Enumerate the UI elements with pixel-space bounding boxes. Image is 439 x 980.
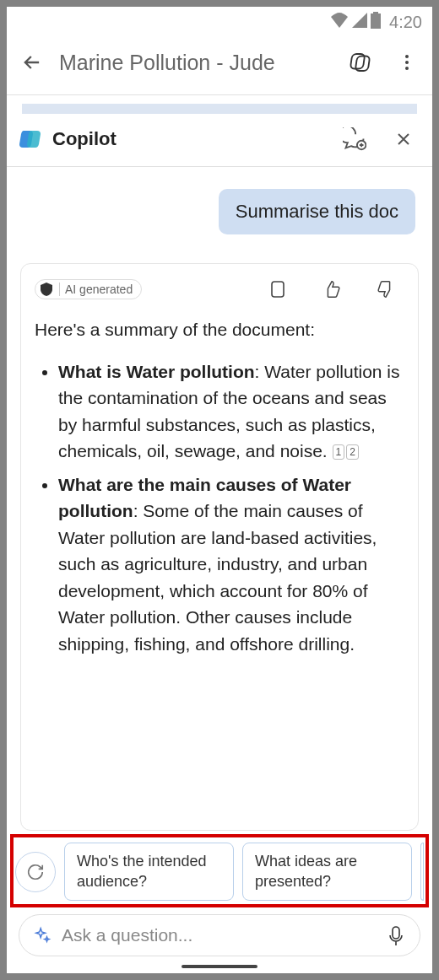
summary-item: What is Water pollution: Water pollution… (58, 358, 404, 465)
wifi-icon (330, 13, 349, 32)
suggestion-chip[interactable] (420, 843, 424, 901)
shield-icon (41, 283, 54, 296)
document-peek (22, 104, 417, 114)
status-bar: 4:20 (7, 7, 432, 34)
new-chat-icon[interactable] (341, 126, 368, 153)
microphone-icon[interactable] (388, 926, 406, 945)
copy-icon[interactable] (268, 279, 288, 299)
back-button[interactable] (20, 51, 44, 74)
copilot-title: Copilot (52, 128, 333, 150)
copilot-header-icon[interactable] (346, 47, 377, 78)
ai-generated-badge[interactable]: AI generated (35, 279, 142, 299)
thumbs-down-icon[interactable] (376, 279, 396, 299)
suggestion-chip[interactable]: Who's the intended audience? (64, 843, 234, 901)
svg-rect-9 (393, 927, 399, 939)
svg-point-5 (405, 61, 409, 64)
summary-content: Here's a summary of the document: What i… (35, 316, 404, 664)
svg-rect-1 (373, 12, 378, 13)
summary-intro: Here's a summary of the document: (35, 316, 404, 343)
battery-icon (371, 12, 381, 33)
copilot-panel-header: Copilot (7, 114, 432, 166)
status-time: 4:20 (389, 13, 422, 32)
app-header: Marine Pollution - Jude (7, 34, 432, 94)
thumbs-up-icon[interactable] (322, 279, 342, 299)
copilot-logo-icon (17, 126, 44, 153)
summary-item: What are the main causes of Water pollut… (58, 471, 404, 658)
close-icon[interactable] (390, 126, 417, 153)
home-indicator[interactable] (182, 965, 257, 968)
citation-badge[interactable]: 2 (346, 444, 359, 460)
svg-rect-0 (371, 13, 381, 29)
signal-icon (352, 13, 367, 32)
chat-area: Summarise this doc AI generated (7, 167, 432, 831)
suggestions-row: Who's the intended audience? What ideas … (14, 839, 425, 904)
refresh-suggestions-button[interactable] (15, 852, 56, 892)
user-message: Summarise this doc (219, 189, 415, 234)
chat-input[interactable] (62, 925, 377, 945)
ai-response-card: AI generated Here's a summary of the doc… (20, 263, 419, 831)
more-menu-icon[interactable] (392, 47, 422, 78)
svg-rect-8 (272, 282, 284, 297)
document-title: Marine Pollution - Jude (59, 51, 331, 75)
citation-badge[interactable]: 1 (333, 444, 345, 460)
suggestion-chip[interactable]: What ideas are presented? (242, 843, 412, 901)
svg-point-4 (405, 55, 409, 58)
ai-badge-label: AI generated (65, 283, 133, 296)
svg-point-6 (405, 67, 409, 70)
sparkle-icon (33, 926, 51, 945)
divider (7, 94, 432, 95)
chat-input-container (19, 914, 420, 956)
